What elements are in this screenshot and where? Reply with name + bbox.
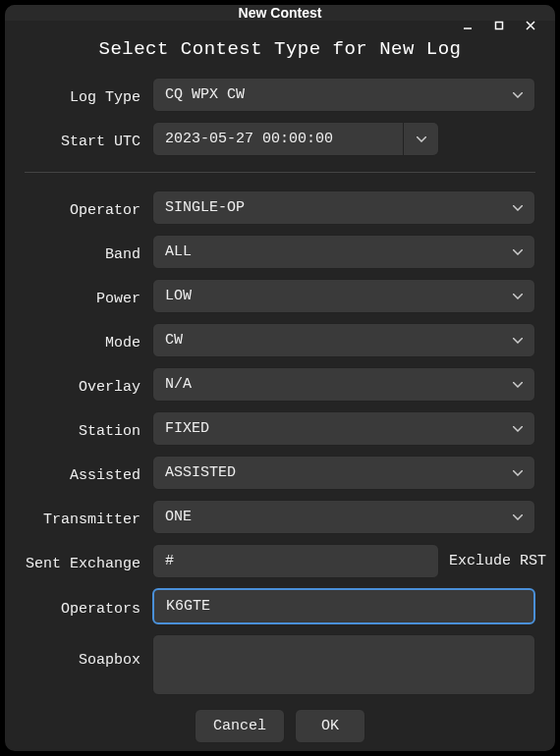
- select-value: ALL: [165, 243, 192, 260]
- select-value: CW: [165, 332, 183, 349]
- row-band: Band ALL: [25, 235, 535, 269]
- input-value: K6GTE: [166, 598, 210, 615]
- select-transmitter[interactable]: ONE: [152, 500, 535, 534]
- label-soapbox: Soapbox: [25, 634, 140, 669]
- row-operators: Operators K6GTE: [25, 588, 535, 624]
- select-mode[interactable]: CW: [152, 323, 535, 357]
- chevron-down-icon: [513, 470, 523, 476]
- select-log-type[interactable]: CQ WPX CW: [152, 78, 535, 112]
- select-overlay[interactable]: N/A: [152, 367, 535, 402]
- select-assisted[interactable]: ASSISTED: [152, 456, 535, 490]
- dialog-window: New Contest Select Contest Type for New …: [5, 5, 555, 751]
- label-operators: Operators: [25, 595, 140, 618]
- row-overlay: Overlay N/A: [25, 367, 535, 402]
- select-value: N/A: [165, 376, 192, 393]
- chevron-down-icon: [513, 426, 523, 432]
- label-assisted: Assisted: [25, 461, 140, 484]
- svg-rect-1: [496, 23, 503, 29]
- close-button[interactable]: [522, 17, 539, 34]
- row-log-type: Log Type CQ WPX CW: [25, 78, 535, 112]
- select-band[interactable]: ALL: [152, 235, 535, 269]
- label-mode: Mode: [25, 329, 140, 351]
- label-band: Band: [25, 241, 140, 263]
- label-station: Station: [25, 417, 140, 440]
- chevron-down-icon: [513, 338, 523, 344]
- dialog-content: Select Contest Type for New Log Log Type…: [5, 21, 555, 751]
- label-overlay: Overlay: [25, 373, 140, 396]
- select-value: ONE: [165, 509, 192, 525]
- select-operator[interactable]: SINGLE-OP: [152, 190, 535, 225]
- row-power: Power LOW: [25, 279, 535, 313]
- maximize-button[interactable]: [490, 17, 508, 34]
- select-value: SINGLE-OP: [165, 199, 245, 216]
- row-start-utc: Start UTC 2023-05-27 00:00:00: [25, 122, 535, 156]
- chevron-down-icon: [513, 514, 523, 520]
- divider: [25, 172, 535, 173]
- select-value: ASSISTED: [165, 464, 236, 481]
- row-station: Station FIXED: [25, 411, 535, 446]
- label-power: Power: [25, 285, 140, 307]
- input-start-utc[interactable]: 2023-05-27 00:00:00: [152, 122, 404, 156]
- select-value: FIXED: [165, 420, 209, 437]
- chevron-down-icon: [513, 249, 523, 255]
- label-sent-exchange: Sent Exchange: [25, 550, 140, 572]
- row-mode: Mode CW: [25, 323, 535, 357]
- ok-button[interactable]: OK: [295, 709, 365, 743]
- titlebar: New Contest: [5, 5, 555, 21]
- chevron-down-icon: [417, 136, 426, 142]
- chevron-down-icon: [513, 205, 523, 211]
- row-assisted: Assisted ASSISTED: [25, 456, 535, 490]
- chevron-down-icon: [513, 92, 523, 98]
- form: Log Type CQ WPX CW Start UTC 2023-05-27 …: [25, 78, 535, 695]
- textarea-soapbox[interactable]: [152, 634, 535, 695]
- datetime-combo: 2023-05-27 00:00:00: [152, 122, 439, 156]
- chevron-down-icon: [513, 294, 523, 299]
- select-power[interactable]: LOW: [152, 279, 535, 313]
- window-controls: [459, 5, 549, 46]
- row-sent-exchange: Sent Exchange # Exclude RST: [25, 544, 535, 578]
- row-transmitter: Transmitter ONE: [25, 500, 535, 534]
- select-value: LOW: [165, 288, 192, 304]
- row-operator: Operator SINGLE-OP: [25, 190, 535, 225]
- cancel-button[interactable]: Cancel: [195, 709, 285, 743]
- label-log-type: Log Type: [25, 83, 140, 106]
- select-value: CQ WPX CW: [165, 86, 245, 103]
- label-transmitter: Transmitter: [25, 506, 140, 528]
- row-soapbox: Soapbox: [25, 634, 535, 695]
- datetime-dropdown-button[interactable]: [404, 122, 439, 156]
- dialog-buttons: Cancel OK: [25, 709, 535, 743]
- label-exclude-rst: Exclude RST: [449, 553, 546, 569]
- input-operators[interactable]: K6GTE: [152, 588, 535, 624]
- label-operator: Operator: [25, 196, 140, 219]
- select-station[interactable]: FIXED: [152, 411, 535, 446]
- input-value: #: [165, 553, 174, 569]
- minimize-button[interactable]: [459, 17, 476, 34]
- label-start-utc: Start UTC: [25, 128, 140, 150]
- chevron-down-icon: [513, 382, 523, 388]
- input-value: 2023-05-27 00:00:00: [165, 131, 333, 147]
- window-title: New Contest: [239, 5, 322, 21]
- input-sent-exchange[interactable]: #: [152, 544, 439, 578]
